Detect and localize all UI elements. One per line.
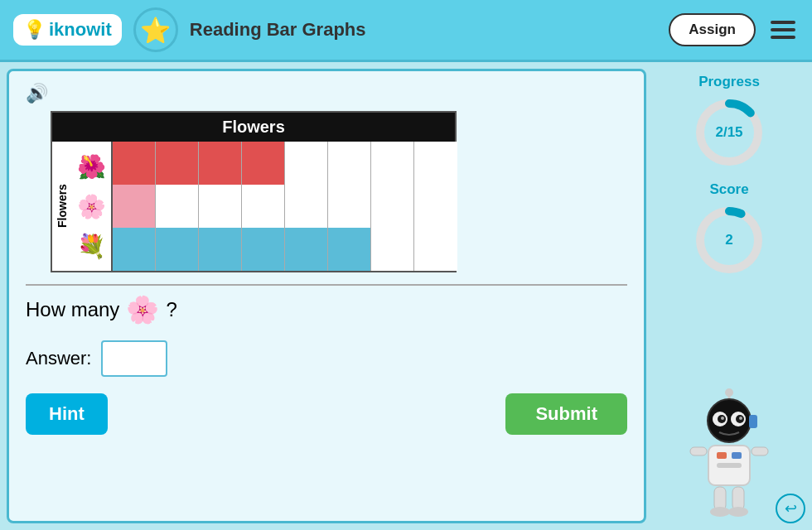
chart-cell bbox=[328, 228, 371, 271]
question-flower-icon: 🌸 bbox=[126, 294, 159, 325]
svg-point-19 bbox=[728, 507, 748, 517]
svg-rect-17 bbox=[732, 487, 744, 510]
svg-rect-16 bbox=[714, 487, 726, 510]
hamburger-line-1 bbox=[771, 21, 795, 24]
flower-red-icon: 🌺 bbox=[77, 153, 106, 181]
chart-cell bbox=[199, 228, 242, 271]
assign-button[interactable]: Assign bbox=[669, 13, 756, 46]
chart-cell bbox=[113, 185, 156, 228]
chart-cell bbox=[156, 185, 199, 228]
progress-value: 2/15 bbox=[715, 124, 742, 141]
logo-bulb-icon: 💡 bbox=[23, 19, 46, 41]
svg-rect-11 bbox=[717, 452, 727, 459]
chart-grid bbox=[111, 142, 457, 271]
progress-label: Progress bbox=[692, 74, 766, 90]
score-circle: 2 bbox=[692, 203, 766, 277]
answer-row: Answer: bbox=[26, 340, 627, 377]
chart-cell bbox=[285, 185, 328, 228]
logo: 💡 iknowit bbox=[13, 14, 122, 46]
star-icon: ⭐ bbox=[133, 7, 178, 52]
score-label: Score bbox=[692, 181, 766, 198]
chart-flower-icons: 🌺 🌸 💐 bbox=[72, 142, 111, 271]
chart-body: Flowers 🌺 🌸 💐 bbox=[52, 142, 455, 271]
svg-rect-9 bbox=[749, 415, 757, 428]
progress-circle: 2/15 bbox=[692, 95, 766, 170]
header: 💡 iknowit ⭐ Reading Bar Graphs Assign bbox=[0, 0, 812, 62]
logo-text: iknowit bbox=[49, 19, 112, 41]
question-text-before: How many bbox=[26, 298, 119, 321]
chart-cell bbox=[113, 142, 156, 185]
back-icon: ↩ bbox=[785, 499, 797, 518]
flower-blue-icon: 💐 bbox=[77, 233, 106, 260]
chart-cell bbox=[371, 185, 414, 228]
buttons-row: Hint Submit bbox=[26, 393, 627, 435]
svg-point-18 bbox=[710, 507, 730, 517]
chart-cell bbox=[199, 185, 242, 228]
chart-cell bbox=[242, 185, 285, 228]
flower-pink-icon: 🌸 bbox=[77, 193, 106, 220]
page-title: Reading Bar Graphs bbox=[190, 19, 658, 41]
chart-title: Flowers bbox=[52, 113, 455, 142]
answer-input[interactable] bbox=[101, 340, 167, 377]
chart-cell bbox=[156, 228, 199, 271]
content-area: 🔊 Flowers Flowers 🌺 🌸 💐 bbox=[7, 69, 646, 523]
chart-cell bbox=[285, 228, 328, 271]
bar-chart: Flowers Flowers 🌺 🌸 💐 bbox=[51, 111, 457, 272]
svg-point-7 bbox=[721, 417, 724, 420]
svg-rect-15 bbox=[752, 447, 768, 455]
sound-icon: 🔊 bbox=[26, 83, 48, 104]
submit-button[interactable]: Submit bbox=[505, 393, 627, 435]
chart-row-1 bbox=[113, 142, 457, 185]
svg-rect-13 bbox=[717, 463, 742, 468]
chart-cell bbox=[156, 142, 199, 185]
svg-point-8 bbox=[739, 417, 742, 420]
chart-cell bbox=[285, 142, 328, 185]
question-area: How many 🌸 ? bbox=[26, 294, 627, 325]
progress-section: Progress 2/15 bbox=[692, 74, 766, 170]
answer-label: Answer: bbox=[26, 348, 91, 369]
chart-cell bbox=[328, 142, 371, 185]
chart-cell bbox=[199, 142, 242, 185]
chart-cell bbox=[414, 185, 457, 228]
chart-row-3 bbox=[113, 228, 457, 271]
question-text-after: ? bbox=[166, 298, 176, 321]
menu-button[interactable] bbox=[767, 17, 799, 42]
back-button[interactable]: ↩ bbox=[776, 494, 805, 523]
chart-cell bbox=[371, 228, 414, 271]
svg-rect-12 bbox=[732, 452, 742, 459]
chart-cell bbox=[414, 228, 457, 271]
score-value: 2 bbox=[725, 232, 732, 248]
score-section: Score 2 bbox=[692, 181, 766, 277]
main-layout: 🔊 Flowers Flowers 🌺 🌸 💐 bbox=[0, 62, 812, 530]
hint-button[interactable]: Hint bbox=[26, 393, 108, 435]
chart-cell bbox=[242, 142, 285, 185]
chart-cell bbox=[242, 228, 285, 271]
svg-point-1 bbox=[725, 388, 733, 397]
hamburger-line-3 bbox=[771, 36, 795, 39]
sidebar: Progress 2/15 Score 2 bbox=[646, 62, 812, 530]
robot-icon bbox=[675, 386, 783, 518]
chart-cell bbox=[328, 185, 371, 228]
chart-row-2 bbox=[113, 185, 457, 228]
chart-cell bbox=[113, 228, 156, 271]
chart-cell bbox=[371, 142, 414, 185]
robot-container bbox=[675, 289, 783, 518]
chart-cell bbox=[414, 142, 457, 185]
chart-y-axis-label: Flowers bbox=[52, 142, 72, 271]
svg-rect-14 bbox=[690, 447, 707, 455]
hamburger-line-2 bbox=[771, 28, 795, 31]
sound-button[interactable]: 🔊 bbox=[26, 83, 48, 104]
divider bbox=[26, 284, 627, 286]
